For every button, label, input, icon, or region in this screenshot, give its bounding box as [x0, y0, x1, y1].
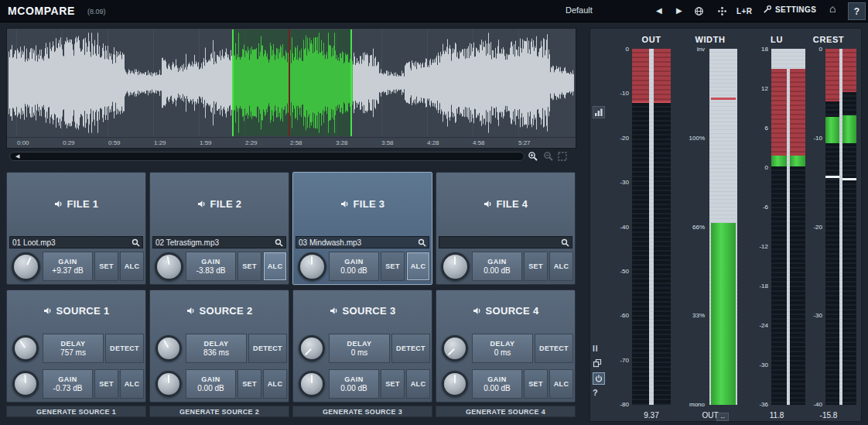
file-4-name-input[interactable]	[439, 236, 572, 248]
app-title: MCOMPARE	[8, 5, 75, 17]
file-3-name-input[interactable]: 03 Mindwash.mp3	[296, 236, 429, 248]
file-2-gain-display[interactable]: GAIN -3.83 dB	[186, 252, 236, 281]
generate-source-1-button[interactable]: GENERATE SOURCE 1	[6, 406, 146, 417]
source-4-delay-display[interactable]: DELAY 0 ms	[472, 334, 533, 363]
channel-mode-button[interactable]: L+R	[736, 7, 752, 15]
source-3-delay-display[interactable]: DELAY 0 ms	[329, 334, 390, 363]
file-1-gain-display[interactable]: GAIN +9.37 dB	[43, 252, 93, 281]
crest-meter-title: CREST	[801, 35, 856, 44]
randomize-icon[interactable]	[717, 6, 727, 16]
file-3-gain-knob[interactable]	[298, 252, 326, 281]
preset-browser-globe-icon[interactable]	[694, 6, 704, 16]
source-3-gain-display[interactable]: GAIN 0.00 dB	[329, 369, 379, 399]
source-4-delay-knob[interactable]	[442, 335, 468, 362]
file-4-gain-display[interactable]: GAIN 0.00 dB	[472, 252, 522, 281]
file-1-name-input[interactable]: 01 Loot.mp3	[9, 236, 143, 248]
previous-preset-button[interactable]: ◀	[656, 5, 662, 16]
file-2-gain-knob[interactable]	[155, 252, 183, 281]
search-icon[interactable]	[561, 238, 569, 247]
detach-meters-button[interactable]	[593, 358, 602, 368]
file-2-alc-button[interactable]: ALC	[263, 252, 287, 281]
file-1-alc-button[interactable]: ALC	[120, 252, 144, 281]
source-2-set-button[interactable]: SET	[238, 369, 261, 399]
source-2-detect-button[interactable]: DETECT	[248, 334, 287, 363]
home-button[interactable]: ⌂	[829, 3, 836, 14]
app-version: (8.09)	[87, 8, 106, 15]
pause-meters-button[interactable]: II	[593, 344, 599, 353]
source-1-gain-display[interactable]: GAIN -0.73 dB	[43, 369, 93, 399]
source-1-delay-knob[interactable]	[12, 335, 39, 362]
preset-selector[interactable]: Default	[566, 5, 593, 15]
zoom-in-icon[interactable]	[528, 151, 540, 162]
file-3-alc-button[interactable]: ALC	[406, 252, 430, 281]
source-1-detect-button[interactable]: DETECT	[105, 334, 144, 363]
file-1-set-button[interactable]: SET	[94, 252, 118, 281]
width-meter[interactable]	[709, 49, 737, 405]
lu-meter[interactable]	[771, 49, 805, 405]
source-3-detect-button[interactable]: DETECT	[391, 334, 430, 363]
lu-meter-bar-right	[790, 49, 805, 405]
source-2-delay-knob[interactable]	[155, 335, 182, 362]
file-2-name-input[interactable]: 02 Tetrastigm.mp3	[152, 236, 286, 248]
out-meter[interactable]	[632, 49, 671, 405]
speaker-icon[interactable]	[43, 307, 53, 315]
lu-meter-value: 11.8	[748, 411, 805, 420]
next-preset-button[interactable]: ▶	[676, 5, 682, 16]
speaker-icon[interactable]	[197, 200, 207, 208]
source-1-set-button[interactable]: SET	[94, 369, 118, 399]
file-3-set-button[interactable]: SET	[381, 252, 405, 281]
source-3-delay-knob[interactable]	[299, 335, 325, 362]
resize-handle-icon[interactable]: ↔	[716, 413, 729, 421]
search-icon[interactable]	[418, 238, 426, 247]
scroll-left-icon[interactable]: ◀	[15, 153, 19, 159]
zoom-fit-icon[interactable]	[557, 151, 569, 162]
source-2-delay-display[interactable]: DELAY 836 ms	[186, 334, 247, 363]
meters-power-button[interactable]	[593, 372, 605, 385]
file-1-gain-knob[interactable]	[12, 252, 40, 281]
source-2-gain-knob[interactable]	[155, 371, 182, 397]
speaker-icon[interactable]	[484, 200, 493, 208]
speaker-icon[interactable]	[330, 307, 339, 315]
source-1-alc-button[interactable]: ALC	[120, 369, 144, 399]
width-meter-title: WIDTH	[683, 35, 737, 44]
waveform-scrollbar[interactable]: ◀	[9, 152, 525, 161]
time-label: 1:29	[154, 139, 166, 146]
source-3-gain-knob[interactable]	[299, 371, 325, 397]
generate-source-2-button[interactable]: GENERATE SOURCE 2	[149, 406, 289, 417]
crest-meter[interactable]	[825, 49, 856, 405]
file-4-gain-knob[interactable]	[441, 252, 470, 281]
source-1-delay-display[interactable]: DELAY 757 ms	[43, 334, 104, 363]
time-label: 1:59	[200, 139, 212, 146]
search-icon[interactable]	[275, 238, 283, 247]
meters-help-button[interactable]: ?	[593, 388, 599, 397]
settings-button[interactable]: SETTINGS	[763, 5, 816, 14]
source-4-detect-button[interactable]: DETECT	[535, 334, 573, 363]
speaker-icon[interactable]	[54, 200, 63, 208]
time-label: 5:27	[518, 139, 531, 146]
file-4-set-button[interactable]: SET	[524, 252, 548, 281]
source-3-set-button[interactable]: SET	[381, 369, 405, 399]
source-3-alc-button[interactable]: ALC	[406, 369, 430, 399]
speaker-icon[interactable]	[340, 200, 350, 208]
source-2-gain-display[interactable]: GAIN 0.00 dB	[186, 369, 236, 399]
speaker-icon[interactable]	[473, 307, 482, 315]
zoom-out-icon[interactable]	[543, 151, 555, 162]
source-panel-1: SOURCE 1 DELAY 757 ms DETECT GAIN -0.73 …	[6, 290, 146, 403]
source-4-set-button[interactable]: SET	[524, 369, 548, 399]
search-icon[interactable]	[132, 238, 140, 247]
generate-source-3-button[interactable]: GENERATE SOURCE 3	[292, 406, 432, 417]
source-4-gain-display[interactable]: GAIN 0.00 dB	[472, 369, 522, 399]
help-button[interactable]: ?	[848, 2, 866, 20]
generate-source-4-button[interactable]: GENERATE SOURCE 4	[436, 406, 576, 417]
source-4-gain-knob[interactable]	[442, 371, 468, 397]
file-4-alc-button[interactable]: ALC	[549, 252, 573, 281]
waveform-canvas[interactable]	[9, 29, 574, 136]
source-1-gain-knob[interactable]	[12, 371, 39, 397]
speaker-icon[interactable]	[186, 307, 196, 315]
analyzer-toggle-button[interactable]	[593, 106, 605, 118]
source-4-alc-button[interactable]: ALC	[549, 369, 573, 399]
file-2-set-button[interactable]: SET	[238, 252, 261, 281]
file-3-gain-display[interactable]: GAIN 0.00 dB	[329, 252, 379, 281]
source-2-alc-button[interactable]: ALC	[263, 369, 287, 399]
bar-chart-icon	[594, 108, 603, 117]
